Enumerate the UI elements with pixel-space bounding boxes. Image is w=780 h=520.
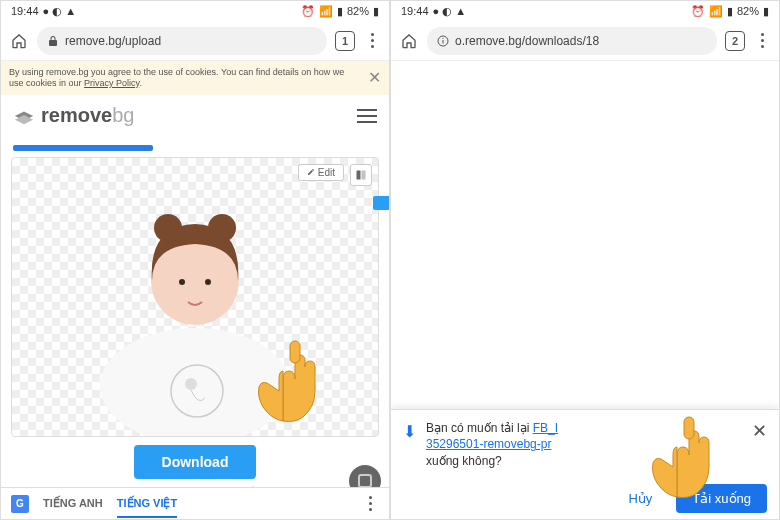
active-tab-indicator	[1, 137, 389, 153]
status-time: 19:44	[401, 5, 429, 17]
phone-right: 19:44 ● ◐ ▲ ⏰ 📶 ▮ 82% ▮ o.remove.bg/down…	[390, 0, 780, 520]
menu-button[interactable]	[753, 33, 771, 48]
cancel-button[interactable]: Hủy	[628, 491, 652, 506]
cookie-close-button[interactable]: ✕	[368, 68, 381, 87]
svg-rect-1	[362, 170, 366, 179]
file-link-b[interactable]: 35296501-removebg-pr	[426, 437, 551, 451]
result-image-card: Edit	[11, 157, 379, 437]
status-icons: ● ◐ ▲	[43, 5, 77, 18]
battery-icon: ▮	[373, 5, 379, 18]
lang-vietnamese[interactable]: TIẾNG VIỆT	[117, 497, 177, 518]
cookie-banner: By using remove.bg you agree to the use …	[1, 61, 389, 95]
cookie-text-a: By using remove.bg you agree to the use …	[9, 67, 344, 88]
tab-count[interactable]: 2	[725, 31, 745, 51]
sale-badge	[373, 196, 389, 210]
wifi-icon: 📶	[709, 5, 723, 18]
svg-rect-0	[357, 170, 361, 179]
subject-silhouette	[90, 186, 300, 436]
status-bar: 19:44 ● ◐ ▲ ⏰ 📶 ▮ 82% ▮	[1, 1, 389, 21]
blank-page	[391, 61, 779, 421]
google-translate-icon[interactable]: G	[11, 495, 29, 513]
home-button[interactable]	[399, 31, 419, 51]
signal-icon: ▮	[337, 5, 343, 18]
url-text: o.remove.bg/downloads/18	[455, 34, 599, 48]
privacy-link[interactable]: Privacy Policy	[84, 78, 139, 88]
edit-button[interactable]: Edit	[298, 164, 344, 181]
svg-rect-13	[443, 38, 444, 39]
svg-rect-12	[443, 40, 444, 44]
translate-menu[interactable]	[361, 496, 379, 511]
svg-point-9	[185, 378, 197, 390]
compare-button[interactable]	[350, 164, 372, 186]
svg-point-6	[179, 279, 185, 285]
browser-toolbar: o.remove.bg/downloads/18 2	[391, 21, 779, 61]
browser-toolbar: remove.bg/upload 1	[1, 21, 389, 61]
removebg-logo[interactable]: removebg	[13, 104, 134, 127]
url-text: remove.bg/upload	[65, 34, 161, 48]
download-message: Bạn có muốn tải lại FB_I 35296501-remove…	[426, 420, 742, 470]
status-icons: ● ◐ ▲	[433, 5, 467, 18]
download-prompt: ⬇ Bạn có muốn tải lại FB_I 35296501-remo…	[391, 409, 779, 519]
download-button[interactable]: Download	[134, 445, 257, 479]
tab-count[interactable]: 1	[335, 31, 355, 51]
url-bar[interactable]: o.remove.bg/downloads/18	[427, 27, 717, 55]
status-time: 19:44	[11, 5, 39, 17]
info-icon	[437, 35, 449, 47]
download-icon: ⬇	[403, 422, 416, 441]
file-link-a[interactable]: FB_I	[533, 421, 558, 435]
signal-icon: ▮	[727, 5, 733, 18]
pencil-icon	[307, 168, 315, 176]
lock-icon	[47, 35, 59, 47]
site-header: removebg	[1, 95, 389, 137]
confirm-download-button[interactable]: Tải xuống	[676, 484, 767, 513]
battery-pct: 82%	[347, 5, 369, 17]
wifi-icon: 📶	[319, 5, 333, 18]
logo-icon	[13, 105, 35, 127]
lang-english[interactable]: TIẾNG ANH	[43, 497, 103, 510]
alarm-icon: ⏰	[691, 5, 705, 18]
status-bar: 19:44 ● ◐ ▲ ⏰ 📶 ▮ 82% ▮	[391, 1, 779, 21]
prompt-close-button[interactable]: ✕	[752, 420, 767, 442]
translate-bar: G TIẾNG ANH TIẾNG VIỆT	[1, 487, 389, 519]
alarm-icon: ⏰	[301, 5, 315, 18]
battery-icon: ▮	[763, 5, 769, 18]
url-bar[interactable]: remove.bg/upload	[37, 27, 327, 55]
home-button[interactable]	[9, 31, 29, 51]
compare-icon	[355, 169, 367, 181]
menu-button[interactable]	[363, 33, 381, 48]
battery-pct: 82%	[737, 5, 759, 17]
hamburger-menu[interactable]	[357, 109, 377, 123]
phone-left: 19:44 ● ◐ ▲ ⏰ 📶 ▮ 82% ▮ remove.bg/upload…	[0, 0, 390, 520]
svg-point-5	[208, 214, 236, 242]
svg-point-4	[154, 214, 182, 242]
svg-point-7	[205, 279, 211, 285]
cookie-text-b: .	[139, 78, 142, 88]
